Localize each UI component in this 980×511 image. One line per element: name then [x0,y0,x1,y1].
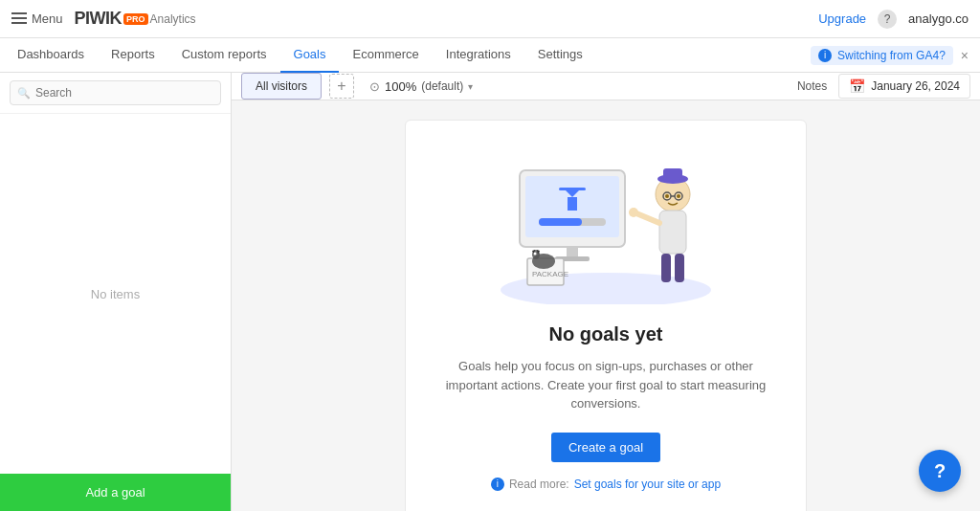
create-goal-button[interactable]: Create a goal [551,433,660,462]
svg-text:PACKAGE: PACKAGE [532,270,568,278]
read-more-link[interactable]: Set goals for your site or app [574,478,721,491]
sidebar: No items Add a goal [0,73,232,511]
nav-item-reports[interactable]: Reports [98,38,168,73]
search-input[interactable] [10,80,221,105]
svg-point-27 [629,208,638,217]
nav-right: i Switching from GA4? × [811,46,980,65]
logo-pro-badge: PRO [123,13,148,25]
svg-point-21 [677,194,680,198]
nav-item-ecommerce[interactable]: Ecommerce [339,38,432,73]
svg-rect-25 [659,211,686,254]
filter-suffix: (default) [421,79,463,93]
nav-item-goals[interactable]: Goals [280,38,340,73]
no-items-label: No items [91,287,140,301]
sidebar-footer: Add a goal [0,474,231,511]
help-fab[interactable]: ? [919,450,961,492]
filter-percentage: 100% [385,79,416,94]
nav-item-dashboards[interactable]: Dashboards [4,38,98,73]
notes-button[interactable]: Notes [797,79,827,93]
nav-item-integrations[interactable]: Integrations [433,38,524,73]
segment-right: Notes 📅 January 26, 2024 [797,74,970,99]
hamburger-icon [11,12,27,25]
svg-rect-7 [539,218,582,226]
svg-rect-19 [663,168,682,180]
logo: PIWIK PRO Analytics [75,9,196,29]
site-name: analygo.co [908,11,969,26]
search-wrap [10,80,221,105]
nav-item-settings[interactable]: Settings [524,38,596,73]
main-content: All visitors + ⊙ 100% (default) ▾ Notes … [232,73,980,511]
calendar-icon: 📅 [849,78,865,94]
svg-line-26 [636,213,659,223]
svg-rect-8 [567,247,578,256]
empty-illustration: PACKAGE [472,151,740,304]
add-goal-button[interactable]: Add a goal [0,474,231,511]
svg-rect-28 [661,254,671,282]
date-picker-button[interactable]: 📅 January 26, 2024 [838,74,970,99]
content-area: PACKAGE [232,100,980,511]
segment-filter: ⊙ 100% (default) ▾ [369,79,473,94]
nav-item-custom-reports[interactable]: Custom reports [168,38,280,73]
date-label: January 26, 2024 [871,79,960,93]
upgrade-button[interactable]: Upgrade [818,11,866,26]
read-more: i Read more: Set goals for your site or … [491,478,721,491]
sidebar-content: No items [0,114,231,474]
svg-rect-5 [568,197,577,211]
ga-banner-label: Switching from GA4? [837,49,946,62]
empty-title: No goals yet [549,323,663,345]
add-segment-button[interactable]: + [329,74,354,99]
all-visitors-tab[interactable]: All visitors [241,73,322,100]
search-box [0,73,231,114]
read-more-info-icon: i [491,478,504,491]
filter-icon: ⊙ [369,79,380,94]
logo-analytics: Analytics [150,12,196,26]
menu-label: Menu [32,11,63,26]
segment-bar: All visitors + ⊙ 100% (default) ▾ Notes … [232,73,980,100]
empty-description: Goals help you focus on sign-ups, purcha… [444,357,768,413]
read-more-prefix: Read more: [509,478,569,491]
filter-chevron-icon: ▾ [468,81,473,92]
empty-state-card: PACKAGE [405,120,807,511]
menu-button[interactable]: Menu [11,11,63,26]
main-layout: No items Add a goal All visitors + ⊙ 100… [0,73,980,511]
ga-info-icon: i [818,49,832,62]
topbar-right: Upgrade ? analygo.co [818,10,969,29]
svg-point-16 [534,253,537,256]
svg-point-20 [665,194,669,198]
ga-close-button[interactable]: × [961,48,969,63]
svg-rect-29 [675,254,684,282]
topbar: Menu PIWIK PRO Analytics Upgrade ? analy… [0,0,980,38]
topbar-help-icon[interactable]: ? [878,10,897,29]
ga-banner[interactable]: i Switching from GA4? [811,46,953,65]
navbar: Dashboards Reports Custom reports Goals … [0,38,980,73]
logo-main: PIWIK [75,9,122,29]
